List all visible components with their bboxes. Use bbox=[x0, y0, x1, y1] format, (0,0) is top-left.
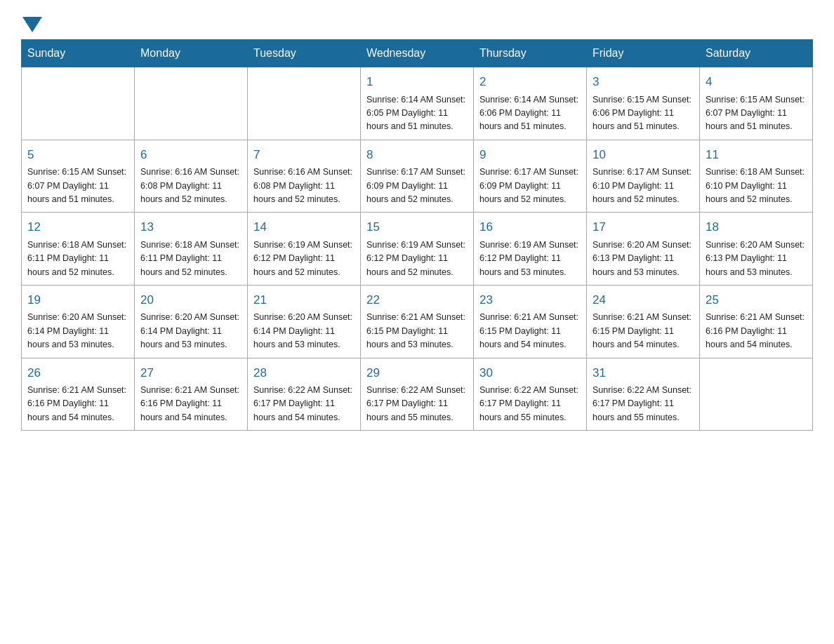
day-number: 1 bbox=[366, 73, 468, 91]
calendar-cell: 11Sunrise: 6:18 AM Sunset: 6:10 PM Dayli… bbox=[700, 140, 813, 213]
calendar-cell bbox=[22, 67, 135, 140]
day-info: Sunrise: 6:21 AM Sunset: 6:16 PM Dayligh… bbox=[27, 384, 128, 424]
calendar-cell: 2Sunrise: 6:14 AM Sunset: 6:06 PM Daylig… bbox=[474, 67, 587, 140]
day-info: Sunrise: 6:19 AM Sunset: 6:12 PM Dayligh… bbox=[366, 239, 468, 279]
day-info: Sunrise: 6:17 AM Sunset: 6:09 PM Dayligh… bbox=[479, 166, 581, 206]
day-info: Sunrise: 6:22 AM Sunset: 6:17 PM Dayligh… bbox=[253, 384, 355, 424]
day-number: 21 bbox=[253, 291, 355, 309]
day-info: Sunrise: 6:21 AM Sunset: 6:15 PM Dayligh… bbox=[366, 311, 468, 351]
calendar-cell: 20Sunrise: 6:20 AM Sunset: 6:14 PM Dayli… bbox=[135, 285, 248, 358]
day-number: 22 bbox=[366, 291, 468, 309]
calendar-cell: 28Sunrise: 6:22 AM Sunset: 6:17 PM Dayli… bbox=[248, 358, 361, 431]
calendar-cell: 27Sunrise: 6:21 AM Sunset: 6:16 PM Dayli… bbox=[135, 358, 248, 431]
calendar-cell: 24Sunrise: 6:21 AM Sunset: 6:15 PM Dayli… bbox=[587, 285, 700, 358]
calendar-cell: 30Sunrise: 6:22 AM Sunset: 6:17 PM Dayli… bbox=[474, 358, 587, 431]
day-info: Sunrise: 6:20 AM Sunset: 6:14 PM Dayligh… bbox=[27, 311, 128, 351]
column-header-saturday: Saturday bbox=[700, 40, 813, 67]
week-row-1: 1Sunrise: 6:14 AM Sunset: 6:05 PM Daylig… bbox=[22, 67, 813, 140]
day-info: Sunrise: 6:17 AM Sunset: 6:09 PM Dayligh… bbox=[366, 166, 468, 206]
day-info: Sunrise: 6:20 AM Sunset: 6:14 PM Dayligh… bbox=[253, 311, 355, 351]
day-number: 4 bbox=[706, 73, 807, 91]
day-number: 13 bbox=[140, 218, 241, 236]
day-info: Sunrise: 6:14 AM Sunset: 6:06 PM Dayligh… bbox=[479, 93, 581, 134]
day-info: Sunrise: 6:17 AM Sunset: 6:10 PM Dayligh… bbox=[593, 166, 694, 206]
calendar-cell: 17Sunrise: 6:20 AM Sunset: 6:13 PM Dayli… bbox=[587, 213, 700, 286]
day-number: 28 bbox=[253, 364, 355, 382]
day-number: 27 bbox=[140, 364, 241, 382]
logo bbox=[21, 14, 42, 32]
calendar-cell: 25Sunrise: 6:21 AM Sunset: 6:16 PM Dayli… bbox=[700, 285, 813, 358]
day-info: Sunrise: 6:14 AM Sunset: 6:05 PM Dayligh… bbox=[366, 93, 468, 134]
calendar-cell bbox=[700, 358, 813, 431]
column-header-monday: Monday bbox=[135, 40, 248, 67]
week-row-3: 12Sunrise: 6:18 AM Sunset: 6:11 PM Dayli… bbox=[22, 213, 813, 286]
day-number: 15 bbox=[366, 218, 468, 236]
day-number: 31 bbox=[593, 364, 694, 382]
calendar-cell: 21Sunrise: 6:20 AM Sunset: 6:14 PM Dayli… bbox=[248, 285, 361, 358]
calendar-cell: 9Sunrise: 6:17 AM Sunset: 6:09 PM Daylig… bbox=[474, 140, 587, 213]
calendar-cell: 7Sunrise: 6:16 AM Sunset: 6:08 PM Daylig… bbox=[248, 140, 361, 213]
day-number: 24 bbox=[593, 291, 694, 309]
calendar-cell: 4Sunrise: 6:15 AM Sunset: 6:07 PM Daylig… bbox=[700, 67, 813, 140]
calendar-cell: 12Sunrise: 6:18 AM Sunset: 6:11 PM Dayli… bbox=[22, 213, 135, 286]
calendar-cell bbox=[248, 67, 361, 140]
calendar-cell: 5Sunrise: 6:15 AM Sunset: 6:07 PM Daylig… bbox=[22, 140, 135, 213]
day-number: 6 bbox=[140, 146, 241, 164]
day-number: 16 bbox=[479, 218, 581, 236]
day-number: 2 bbox=[479, 73, 581, 91]
day-info: Sunrise: 6:21 AM Sunset: 6:15 PM Dayligh… bbox=[479, 311, 581, 351]
day-info: Sunrise: 6:21 AM Sunset: 6:15 PM Dayligh… bbox=[593, 311, 694, 351]
day-info: Sunrise: 6:22 AM Sunset: 6:17 PM Dayligh… bbox=[593, 384, 694, 424]
calendar-cell bbox=[135, 67, 248, 140]
day-number: 5 bbox=[27, 146, 128, 164]
day-number: 8 bbox=[366, 146, 468, 164]
day-info: Sunrise: 6:15 AM Sunset: 6:07 PM Dayligh… bbox=[27, 166, 128, 206]
calendar-cell: 15Sunrise: 6:19 AM Sunset: 6:12 PM Dayli… bbox=[361, 213, 474, 286]
day-number: 3 bbox=[593, 73, 694, 91]
calendar-table: SundayMondayTuesdayWednesdayThursdayFrid… bbox=[21, 39, 813, 431]
calendar-header: SundayMondayTuesdayWednesdayThursdayFrid… bbox=[22, 40, 813, 67]
day-info: Sunrise: 6:18 AM Sunset: 6:10 PM Dayligh… bbox=[706, 166, 807, 206]
day-number: 19 bbox=[27, 291, 128, 309]
calendar-cell: 23Sunrise: 6:21 AM Sunset: 6:15 PM Dayli… bbox=[474, 285, 587, 358]
column-header-friday: Friday bbox=[587, 40, 700, 67]
day-number: 30 bbox=[479, 364, 581, 382]
day-number: 18 bbox=[706, 218, 807, 236]
column-header-thursday: Thursday bbox=[474, 40, 587, 67]
day-number: 23 bbox=[479, 291, 581, 309]
calendar-cell: 14Sunrise: 6:19 AM Sunset: 6:12 PM Dayli… bbox=[248, 213, 361, 286]
calendar-cell: 31Sunrise: 6:22 AM Sunset: 6:17 PM Dayli… bbox=[587, 358, 700, 431]
day-info: Sunrise: 6:16 AM Sunset: 6:08 PM Dayligh… bbox=[140, 166, 241, 206]
day-info: Sunrise: 6:18 AM Sunset: 6:11 PM Dayligh… bbox=[140, 239, 241, 279]
day-number: 12 bbox=[27, 218, 128, 236]
day-number: 17 bbox=[593, 218, 694, 236]
calendar-cell: 26Sunrise: 6:21 AM Sunset: 6:16 PM Dayli… bbox=[22, 358, 135, 431]
calendar-cell: 6Sunrise: 6:16 AM Sunset: 6:08 PM Daylig… bbox=[135, 140, 248, 213]
day-info: Sunrise: 6:21 AM Sunset: 6:16 PM Dayligh… bbox=[140, 384, 241, 424]
day-info: Sunrise: 6:15 AM Sunset: 6:06 PM Dayligh… bbox=[593, 93, 694, 134]
calendar-cell: 29Sunrise: 6:22 AM Sunset: 6:17 PM Dayli… bbox=[361, 358, 474, 431]
calendar-cell: 8Sunrise: 6:17 AM Sunset: 6:09 PM Daylig… bbox=[361, 140, 474, 213]
week-row-2: 5Sunrise: 6:15 AM Sunset: 6:07 PM Daylig… bbox=[22, 140, 813, 213]
calendar-cell: 13Sunrise: 6:18 AM Sunset: 6:11 PM Dayli… bbox=[135, 213, 248, 286]
day-info: Sunrise: 6:19 AM Sunset: 6:12 PM Dayligh… bbox=[253, 239, 355, 279]
calendar-cell: 16Sunrise: 6:19 AM Sunset: 6:12 PM Dayli… bbox=[474, 213, 587, 286]
column-header-sunday: Sunday bbox=[22, 40, 135, 67]
week-row-5: 26Sunrise: 6:21 AM Sunset: 6:16 PM Dayli… bbox=[22, 358, 813, 431]
day-info: Sunrise: 6:18 AM Sunset: 6:11 PM Dayligh… bbox=[27, 239, 128, 279]
page-header bbox=[21, 14, 813, 32]
day-number: 11 bbox=[706, 146, 807, 164]
day-info: Sunrise: 6:16 AM Sunset: 6:08 PM Dayligh… bbox=[253, 166, 355, 206]
calendar-cell: 1Sunrise: 6:14 AM Sunset: 6:05 PM Daylig… bbox=[361, 67, 474, 140]
calendar-cell: 22Sunrise: 6:21 AM Sunset: 6:15 PM Dayli… bbox=[361, 285, 474, 358]
calendar-cell: 3Sunrise: 6:15 AM Sunset: 6:06 PM Daylig… bbox=[587, 67, 700, 140]
week-row-4: 19Sunrise: 6:20 AM Sunset: 6:14 PM Dayli… bbox=[22, 285, 813, 358]
calendar-cell: 10Sunrise: 6:17 AM Sunset: 6:10 PM Dayli… bbox=[587, 140, 700, 213]
day-number: 10 bbox=[593, 146, 694, 164]
calendar-cell: 18Sunrise: 6:20 AM Sunset: 6:13 PM Dayli… bbox=[700, 213, 813, 286]
day-number: 26 bbox=[27, 364, 128, 382]
day-info: Sunrise: 6:15 AM Sunset: 6:07 PM Dayligh… bbox=[706, 93, 807, 134]
day-number: 14 bbox=[253, 218, 355, 236]
day-info: Sunrise: 6:20 AM Sunset: 6:14 PM Dayligh… bbox=[140, 311, 241, 351]
calendar-body: 1Sunrise: 6:14 AM Sunset: 6:05 PM Daylig… bbox=[22, 67, 813, 431]
